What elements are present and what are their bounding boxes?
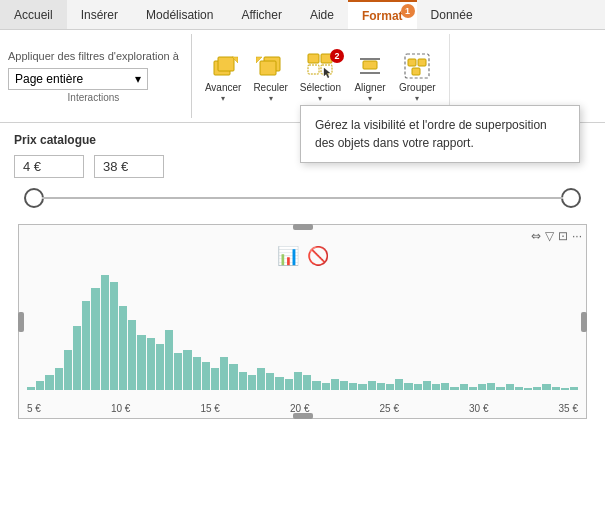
bar-14	[156, 344, 164, 390]
bar-38	[377, 383, 385, 390]
reculer-button[interactable]: Reculer ▾	[248, 47, 292, 106]
price-slider[interactable]	[14, 188, 591, 208]
x-label-35: 35 €	[559, 403, 578, 414]
chart-focus-icon[interactable]: ⊡	[558, 229, 568, 243]
bar-52	[506, 384, 514, 390]
svg-rect-17	[412, 68, 420, 75]
chevron-down-icon: ▾	[135, 72, 141, 86]
tab-inserer[interactable]: Insérer	[67, 0, 132, 29]
tab-accueil[interactable]: Accueil	[0, 0, 67, 29]
aligner-arrow-icon: ▾	[368, 94, 372, 103]
price-max-input[interactable]	[94, 155, 164, 178]
bar-2	[45, 375, 53, 390]
svg-rect-15	[408, 59, 416, 66]
bar-50	[487, 383, 495, 390]
tab-bar: Accueil Insérer Modélisation Afficher Ai…	[0, 0, 605, 30]
selection-button[interactable]: Sélection ▾ 2	[295, 47, 346, 106]
bar-3	[55, 368, 63, 390]
x-label-5: 5 €	[27, 403, 41, 414]
svg-rect-16	[418, 59, 426, 66]
bar-16	[174, 353, 182, 390]
slider-track	[42, 197, 563, 199]
chart-more-icon[interactable]: ···	[572, 229, 582, 243]
bar-51	[496, 387, 504, 390]
bar-7	[91, 288, 99, 390]
format-badge: 1	[401, 4, 415, 18]
filter-label: Appliquer des filtres d'exploration à	[8, 50, 179, 62]
chart-filter-icon[interactable]: ▽	[545, 229, 554, 243]
grouper-button[interactable]: Grouper ▾	[394, 47, 441, 106]
aligner-icon	[354, 50, 386, 82]
selection-arrow-icon: ▾	[318, 94, 322, 103]
tab-modelisation[interactable]: Modélisation	[132, 0, 227, 29]
bar-9	[110, 282, 118, 390]
svg-rect-1	[218, 57, 234, 71]
bar-12	[137, 335, 145, 390]
bar-0	[27, 387, 35, 390]
main-body: Prix catalogue 📊 🚫 ⇔ ▽ ⊡ ···	[0, 123, 605, 429]
chart-no-icon[interactable]: 🚫	[307, 245, 329, 267]
bar-21	[220, 357, 228, 390]
page-filter-dropdown[interactable]: Page entière ▾	[8, 68, 148, 90]
chart-type-icon[interactable]: 📊	[277, 245, 299, 267]
arrange-buttons-row: Avancer ▾ Reculer ▾	[200, 38, 441, 114]
x-label-20: 20 €	[290, 403, 309, 414]
drag-handle-left[interactable]	[18, 312, 24, 332]
chart-container[interactable]: 📊 🚫 ⇔ ▽ ⊡ ··· 5 € 10 € 15 € 20 € 25 € 30…	[18, 224, 587, 419]
avancer-button[interactable]: Avancer ▾	[200, 47, 247, 106]
tab-donnee[interactable]: Donnée	[417, 0, 487, 29]
bar-39	[386, 384, 394, 390]
interactions-label: Interactions	[8, 92, 179, 103]
svg-rect-12	[363, 61, 377, 69]
x-label-30: 30 €	[469, 403, 488, 414]
chart-toolbar-icons: ⇔ ▽ ⊡ ···	[531, 229, 582, 243]
drag-handle-top[interactable]	[293, 224, 313, 230]
tab-aide[interactable]: Aide	[296, 0, 348, 29]
bar-4	[64, 350, 72, 390]
bar-47	[460, 384, 468, 390]
svg-rect-8	[308, 65, 319, 74]
aligner-button[interactable]: Aligner ▾	[348, 47, 392, 106]
price-min-input[interactable]	[14, 155, 84, 178]
svg-rect-4	[260, 61, 276, 75]
bar-49	[478, 384, 486, 390]
x-label-25: 25 €	[380, 403, 399, 414]
bar-36	[358, 384, 366, 390]
ribbon-left-section: Appliquer des filtres d'exploration à Pa…	[0, 34, 192, 118]
bar-31	[312, 381, 320, 390]
tab-format[interactable]: Format 1	[348, 0, 417, 29]
bar-25	[257, 368, 265, 390]
drag-handle-right[interactable]	[581, 312, 587, 332]
bar-56	[542, 384, 550, 390]
bar-27	[275, 377, 283, 390]
grouper-icon	[401, 50, 433, 82]
bar-19	[202, 362, 210, 390]
bar-32	[322, 383, 330, 390]
avancer-arrow-icon: ▾	[221, 94, 225, 103]
bar-33	[331, 379, 339, 391]
avancer-icon	[207, 50, 239, 82]
bar-35	[349, 383, 357, 390]
bar-53	[515, 387, 523, 390]
chart-expand-icon[interactable]: ⇔	[531, 229, 541, 243]
bar-18	[193, 357, 201, 390]
bar-6	[82, 301, 90, 390]
bar-42	[414, 384, 422, 390]
bar-34	[340, 381, 348, 390]
x-label-10: 10 €	[111, 403, 130, 414]
slider-thumb-right[interactable]	[561, 188, 581, 208]
bar-5	[73, 326, 81, 390]
slider-thumb-left[interactable]	[24, 188, 44, 208]
grouper-arrow-icon: ▾	[415, 94, 419, 103]
tab-afficher[interactable]: Afficher	[227, 0, 295, 29]
bar-30	[303, 375, 311, 390]
tooltip-box: Gérez la visibilité et l'ordre de superp…	[300, 105, 580, 163]
x-label-15: 15 €	[200, 403, 219, 414]
bar-55	[533, 387, 541, 390]
bar-15	[165, 330, 173, 390]
bar-23	[239, 372, 247, 390]
bar-59	[570, 387, 578, 390]
bars-area	[27, 275, 578, 390]
bar-45	[441, 383, 449, 390]
bar-8	[101, 275, 109, 390]
